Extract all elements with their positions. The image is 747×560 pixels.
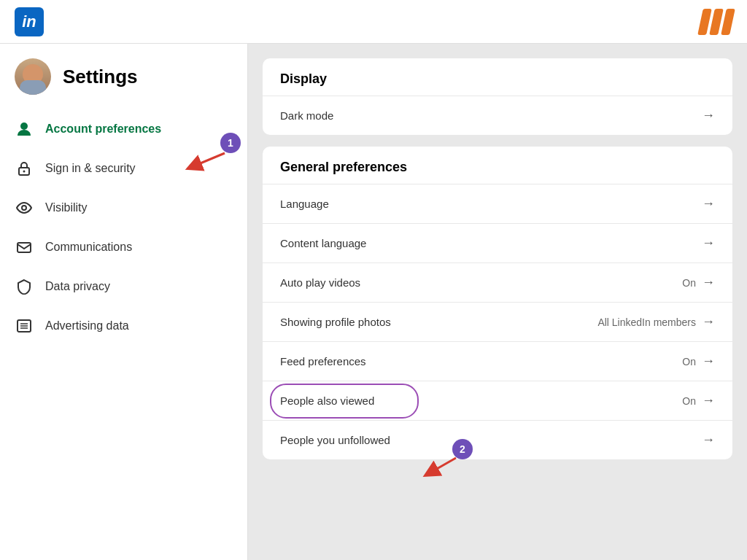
people-you-unfollowed-right: → xyxy=(702,432,715,448)
nav-label-advertising-data: Advertising data xyxy=(45,319,129,332)
nav-label-data-privacy: Data privacy xyxy=(45,280,110,293)
brand-mark-3 xyxy=(721,9,735,35)
svg-point-3 xyxy=(22,206,26,210)
content-language-row[interactable]: Content language → xyxy=(263,223,732,262)
feed-preferences-row[interactable]: Feed preferences On → xyxy=(263,341,732,381)
people-you-unfollowed-row[interactable]: People you unfollowed → xyxy=(263,420,732,459)
auto-play-videos-label: Auto play videos xyxy=(280,276,360,289)
nav-label-communications: Communications xyxy=(45,241,132,254)
nav-label-sign-in-security: Sign in & security xyxy=(45,162,136,175)
nav-label-account-preferences: Account preferences xyxy=(45,122,161,136)
showing-profile-photos-right: All LinkedIn members → xyxy=(597,314,715,330)
sidebar-item-data-privacy[interactable]: Data privacy xyxy=(0,267,247,306)
people-also-viewed-arrow-icon: → xyxy=(702,393,715,408)
svg-rect-4 xyxy=(18,243,31,252)
display-section-header: Display xyxy=(263,58,732,96)
person-icon xyxy=(15,120,34,139)
general-section-card: General preferences Language → Content l… xyxy=(263,147,732,459)
auto-play-videos-row[interactable]: Auto play videos On → xyxy=(263,262,732,302)
svg-point-0 xyxy=(20,122,28,130)
shield-icon xyxy=(15,277,34,296)
page-title: Settings xyxy=(63,66,138,88)
display-section-card: Display Dark mode → xyxy=(263,58,732,135)
general-section-header: General preferences xyxy=(263,147,732,184)
main-layout: Settings Account preferences Sign in & s… xyxy=(0,44,747,560)
list-icon xyxy=(15,316,34,335)
dark-mode-row[interactable]: Dark mode → xyxy=(263,96,732,135)
avatar xyxy=(15,58,51,95)
feed-preferences-value: On xyxy=(682,356,696,368)
auto-play-videos-right: On → xyxy=(682,275,715,290)
people-also-viewed-row[interactable]: People also viewed On → xyxy=(263,381,732,420)
people-you-unfollowed-label: People you unfollowed xyxy=(280,434,390,446)
language-arrow-container: → xyxy=(702,196,715,211)
people-also-viewed-value: On xyxy=(682,395,696,407)
people-also-viewed-right: On → xyxy=(682,393,715,408)
envelope-icon xyxy=(15,238,34,257)
sidebar-item-visibility[interactable]: Visibility xyxy=(0,188,247,228)
showing-profile-photos-row[interactable]: Showing profile photos All LinkedIn memb… xyxy=(263,302,732,341)
feed-preferences-label: Feed preferences xyxy=(280,355,366,368)
feed-preferences-right: On → xyxy=(682,354,715,369)
eye-icon xyxy=(15,198,34,217)
content-language-arrow-container: → xyxy=(702,236,715,251)
brand-logo xyxy=(700,9,732,35)
settings-header: Settings xyxy=(0,58,247,109)
showing-profile-photos-label: Showing profile photos xyxy=(280,316,391,328)
people-also-viewed-label: People also viewed xyxy=(280,394,374,407)
language-label: Language xyxy=(280,198,329,210)
showing-profile-photos-value: All LinkedIn members xyxy=(597,316,696,328)
linkedin-logo[interactable]: in xyxy=(15,7,44,36)
sidebar: Settings Account preferences Sign in & s… xyxy=(0,44,248,560)
content-area: Display Dark mode → General preferences … xyxy=(248,44,747,560)
sidebar-item-communications[interactable]: Communications xyxy=(0,228,247,267)
top-bar: in xyxy=(0,0,747,44)
language-row[interactable]: Language → xyxy=(263,184,732,223)
showing-profile-photos-arrow-icon: → xyxy=(702,314,715,330)
people-you-unfollowed-arrow-icon: → xyxy=(702,432,715,448)
sidebar-item-advertising-data[interactable]: Advertising data xyxy=(0,306,247,346)
auto-play-videos-arrow-icon: → xyxy=(702,275,715,290)
sidebar-item-sign-in-security[interactable]: Sign in & security xyxy=(0,149,247,188)
content-language-label: Content language xyxy=(280,237,366,249)
content-language-arrow-icon: → xyxy=(702,236,715,251)
language-arrow-icon: → xyxy=(702,196,715,211)
nav-label-visibility: Visibility xyxy=(45,201,88,214)
svg-point-2 xyxy=(23,171,26,173)
auto-play-videos-value: On xyxy=(682,277,696,289)
dark-mode-label: Dark mode xyxy=(280,109,333,122)
feed-preferences-arrow-icon: → xyxy=(702,354,715,369)
dark-mode-arrow-container: → xyxy=(702,108,715,123)
lock-icon xyxy=(15,159,34,178)
dark-mode-arrow-icon: → xyxy=(702,108,715,123)
sidebar-item-account-preferences[interactable]: Account preferences xyxy=(0,109,247,149)
